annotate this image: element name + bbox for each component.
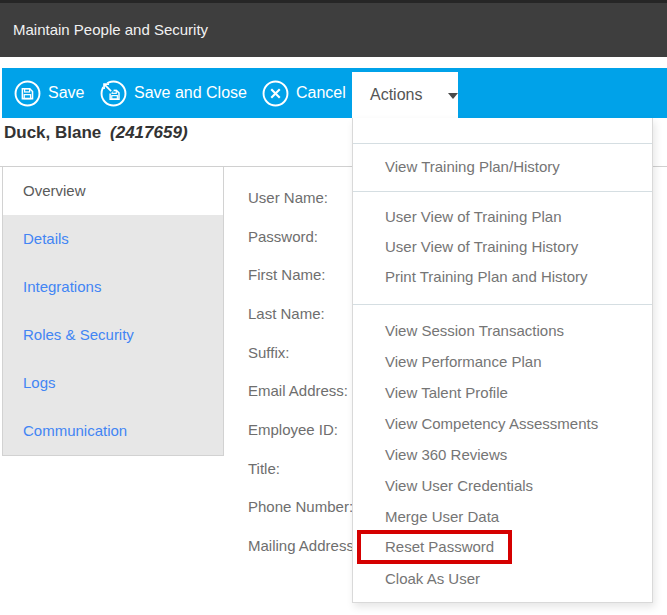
actions-button-label: Actions [370,86,422,104]
menu-item-view-user-credentials[interactable]: View User Credentials [353,470,652,501]
actions-dropdown-button[interactable]: Actions [352,72,458,118]
sidebar-item-integrations[interactable]: Integrations [3,263,223,311]
menu-item-user-view-of-training-history[interactable]: User View of Training History [353,232,652,262]
save-button-label: Save [48,84,84,102]
sidebar-item-communication[interactable]: Communication [3,407,223,455]
app-header: Maintain People and Security [0,0,667,57]
menu-item-reset-password[interactable]: Reset Password [353,532,652,563]
menu-item-view-talent-profile[interactable]: View Talent Profile [353,377,652,408]
app-title: Maintain People and Security [13,3,208,57]
menu-item-view-performance-plan[interactable]: View Performance Plan [353,346,652,377]
save-button[interactable]: Save [14,68,84,118]
menu-group-user-views: User View of Training Plan User View of … [353,191,652,304]
menu-item-print-training-plan-and-history[interactable]: Print Training Plan and History [353,262,652,292]
menu-group-admin-actions: View Session Transactions View Performan… [353,304,652,606]
maintain-people-security-window: Maintain People and Security Save [0,0,667,615]
menu-item-user-view-of-training-plan[interactable]: User View of Training Plan [353,202,652,232]
sidebar-item-logs[interactable]: Logs [3,359,223,407]
sidebar-item-roles-security[interactable]: Roles & Security [3,311,223,359]
menu-item-view-360-reviews[interactable]: View 360 Reviews [353,439,652,470]
save-icon [14,80,41,107]
toolbar: Save Save and Close [2,68,667,118]
sidebar-item-overview[interactable]: Overview [3,167,223,215]
menu-item-view-training-plan-history[interactable]: View Training Plan/History [353,152,652,182]
menu-item-cloak-as-user[interactable]: Cloak As User [353,563,652,594]
cancel-button-label: Cancel [296,84,346,102]
reset-password-highlight-box: Reset Password [357,530,512,564]
cancel-button[interactable]: Cancel [262,68,346,118]
menu-group-training: View Training Plan/History [353,143,652,191]
save-and-close-button[interactable]: Save and Close [100,68,247,118]
sidebar-tabs: Overview Details Integrations Roles & Se… [2,167,224,456]
save-and-close-icon [100,80,127,107]
menu-item-view-session-transactions[interactable]: View Session Transactions [353,315,652,346]
person-id: (2417659) [110,123,188,142]
chevron-down-icon [448,93,458,99]
menu-item-merge-user-data[interactable]: Merge User Data [353,501,652,532]
sidebar-item-details[interactable]: Details [3,215,223,263]
page-title: Duck, Blane (2417659) [4,123,188,143]
menu-item-view-competency-assessments[interactable]: View Competency Assessments [353,408,652,439]
actions-dropdown-menu: View Training Plan/History User View of … [352,118,653,603]
save-and-close-button-label: Save and Close [134,84,247,102]
menu-top-spacer [353,118,652,143]
cancel-icon [262,80,289,107]
person-name: Duck, Blane [4,123,101,142]
